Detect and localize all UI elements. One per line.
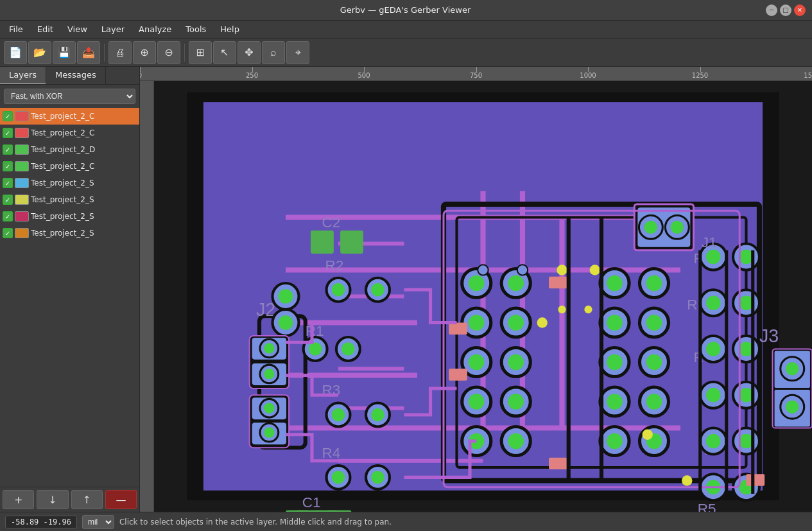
- menu-item-file[interactable]: File: [3, 23, 30, 35]
- svg-point-53: [371, 408, 384, 422]
- menu-item-tools[interactable]: Tools: [179, 23, 212, 35]
- move-layer-down-button[interactable]: ↓: [37, 490, 68, 509]
- menu-item-layer[interactable]: Layer: [95, 23, 131, 35]
- measure-tool-button[interactable]: ⌖: [286, 41, 309, 64]
- pcb-canvas[interactable]: J2 J3 R2: [154, 81, 812, 512]
- render-mode-container: Fast, with XORFast, without XORNormalHig…: [4, 89, 135, 104]
- svg-point-41: [332, 283, 345, 297]
- zoom-out-button[interactable]: ⊖: [157, 41, 180, 64]
- layer-name-5: Test_project_2_S: [31, 195, 94, 204]
- layer-visibility-0[interactable]: ✓: [3, 111, 13, 121]
- menubar: FileEditViewLayerAnalyzeToolsHelp: [0, 21, 812, 39]
- layer-color-swatch-5: [15, 195, 29, 205]
- layer-visibility-4[interactable]: ✓: [3, 178, 13, 188]
- minimize-button[interactable]: ─: [766, 4, 777, 16]
- svg-point-92: [469, 394, 485, 410]
- toolbar-separator: [104, 44, 105, 62]
- ruler-left: [140, 81, 154, 512]
- export-file-button[interactable]: 📤: [77, 41, 100, 64]
- render-mode-select[interactable]: Fast, with XORFast, without XORNormalHig…: [4, 89, 135, 104]
- ruler-tick: [364, 67, 365, 72]
- zoom-in-button[interactable]: ⊕: [133, 41, 156, 64]
- svg-text:J3: J3: [759, 326, 779, 346]
- zoom-fit-button[interactable]: ⊞: [189, 41, 212, 64]
- svg-point-94: [508, 394, 524, 410]
- menu-item-analyze[interactable]: Analyze: [132, 23, 178, 35]
- layer-name-6: Test_project_2_S: [31, 212, 94, 221]
- sidebar-tab-layers[interactable]: Layers: [0, 67, 46, 84]
- svg-point-114: [646, 394, 662, 410]
- layer-color-swatch-4: [15, 178, 29, 188]
- status-message: Click to select objects in the active la…: [119, 518, 392, 527]
- layer-row-4[interactable]: ✓Test_project_2_S: [0, 175, 139, 191]
- svg-rect-155: [549, 277, 567, 288]
- add-layer-button[interactable]: +: [3, 490, 34, 509]
- svg-rect-165: [327, 510, 352, 512]
- new-file-button[interactable]: 📄: [4, 41, 27, 64]
- layer-visibility-1[interactable]: ✓: [3, 128, 13, 138]
- layer-row-7[interactable]: ✓Test_project_2_S: [0, 225, 139, 241]
- svg-point-151: [590, 265, 600, 275]
- menu-item-help[interactable]: Help: [214, 23, 246, 35]
- svg-point-161: [517, 265, 528, 275]
- save-file-button[interactable]: 💾: [53, 41, 76, 64]
- open-file-button[interactable]: 📂: [28, 41, 51, 64]
- layer-row-6[interactable]: ✓Test_project_2_S: [0, 208, 139, 225]
- ruler-top: 0250500750100012501500: [140, 67, 812, 81]
- ruler-label: 1000: [580, 72, 596, 79]
- svg-point-58: [371, 471, 384, 484]
- svg-point-163: [584, 306, 592, 313]
- layer-name-7: Test_project_2_S: [31, 229, 94, 238]
- pan-tool-button[interactable]: ✥: [238, 41, 261, 64]
- svg-point-138: [706, 388, 721, 403]
- sidebar-bottom-buttons: +↓↑—: [0, 487, 139, 512]
- ruler-label: 750: [470, 72, 482, 79]
- svg-point-153: [643, 430, 653, 440]
- svg-point-86: [508, 315, 524, 331]
- close-button[interactable]: ✕: [794, 4, 806, 16]
- layer-visibility-2[interactable]: ✓: [3, 144, 13, 155]
- svg-point-75: [264, 403, 274, 413]
- select-tool-button[interactable]: ↖: [213, 41, 236, 64]
- ruler-tick: [252, 67, 253, 72]
- layer-color-swatch-2: [15, 144, 29, 155]
- layer-row-1[interactable]: ✓Test_project_2_C: [0, 125, 139, 141]
- layer-row-2[interactable]: ✓Test_project_2_D: [0, 141, 139, 158]
- layer-visibility-3[interactable]: ✓: [3, 161, 13, 171]
- layer-name-2: Test_project_2_D: [31, 145, 95, 154]
- ruler-label: 250: [246, 72, 258, 79]
- layer-row-3[interactable]: ✓Test_project_2_C: [0, 158, 139, 175]
- svg-point-46: [309, 342, 322, 356]
- print-file-button[interactable]: 🖨: [108, 41, 132, 64]
- ruler-label: 1500: [804, 72, 812, 79]
- svg-point-154: [682, 475, 692, 485]
- ruler-label: 1250: [692, 72, 708, 79]
- toolbar-separator: [184, 44, 185, 62]
- svg-point-78: [264, 427, 274, 437]
- pcb-canvas-container[interactable]: J2 J3 R2: [154, 81, 812, 512]
- svg-point-56: [332, 471, 345, 484]
- layer-row-0[interactable]: ✓Test_project_2_C: [0, 108, 139, 125]
- layer-color-swatch-6: [15, 211, 29, 222]
- remove-layer-button[interactable]: —: [105, 490, 137, 509]
- main-area: LayersMessages Fast, with XORFast, witho…: [0, 67, 812, 512]
- layer-row-5[interactable]: ✓Test_project_2_S: [0, 191, 139, 208]
- ruler-tick: [140, 67, 141, 72]
- svg-point-30: [279, 315, 293, 330]
- layer-color-swatch-1: [15, 128, 29, 138]
- menu-item-edit[interactable]: Edit: [31, 23, 60, 35]
- svg-point-68: [264, 343, 274, 353]
- zoom-tool-button[interactable]: ⌕: [262, 41, 285, 64]
- layer-visibility-5[interactable]: ✓: [3, 195, 13, 205]
- svg-point-98: [508, 433, 524, 449]
- ruler-tick: [588, 67, 589, 72]
- svg-rect-64: [340, 231, 363, 254]
- layer-visibility-6[interactable]: ✓: [3, 211, 13, 222]
- layer-visibility-7[interactable]: ✓: [3, 228, 13, 238]
- svg-point-23: [644, 221, 658, 234]
- sidebar-tab-messages[interactable]: Messages: [46, 67, 106, 84]
- move-layer-up-button[interactable]: ↑: [71, 490, 103, 509]
- menu-item-view[interactable]: View: [61, 23, 94, 35]
- maximize-button[interactable]: □: [780, 4, 791, 16]
- unit-select[interactable]: milmmin: [82, 515, 114, 529]
